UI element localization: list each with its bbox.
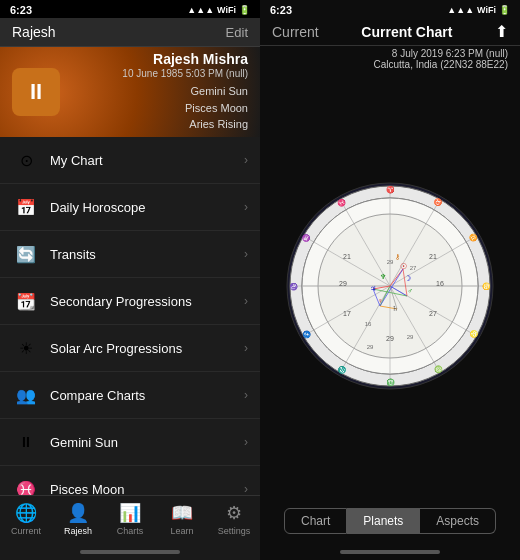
svg-text:16: 16 <box>365 321 372 327</box>
pisces-label: Pisces Moon <box>50 482 244 496</box>
pisces-icon: ♓ <box>12 475 40 495</box>
svg-text:♄: ♄ <box>392 305 398 312</box>
svg-text:☽: ☽ <box>404 274 411 283</box>
home-bar-left <box>80 550 180 554</box>
natal-chart-svg: ♈ ♉ ♊ ♋ ♌ ♍ ♎ ♏ ♐ ♑ ♒ ♓ <box>285 181 495 391</box>
time-right: 6:23 <box>270 4 292 16</box>
bottom-nav: 🌐 Current 👤 Rajesh 📊 Charts 📖 Learn ⚙ Se… <box>0 495 260 544</box>
profile-section: II Rajesh Mishra 10 June 1985 5:03 PM (n… <box>0 47 260 137</box>
menu-item-transits[interactable]: 🔄 Transits › <box>0 231 260 278</box>
svg-text:17: 17 <box>343 310 351 317</box>
transits-icon: 🔄 <box>12 240 40 268</box>
svg-text:29: 29 <box>387 259 394 265</box>
mychart-icon: ⊙ <box>12 146 40 174</box>
svg-text:21: 21 <box>343 253 351 260</box>
chevron-icon-5: › <box>244 388 248 402</box>
svg-text:♈: ♈ <box>386 185 395 194</box>
profile-date: 10 June 1985 5:03 PM (null) <box>70 68 248 79</box>
gemini-icon: II <box>12 68 60 116</box>
wifi-icon: WiFi <box>217 5 236 15</box>
svg-text:♎: ♎ <box>386 378 395 387</box>
svg-text:27: 27 <box>429 310 437 317</box>
solar-label: Solar Arc Progressions <box>50 341 244 356</box>
chart-date-info: 8 July 2019 6:23 PM (null) Calcutta, Ind… <box>260 46 520 72</box>
tab-aspects[interactable]: Aspects <box>420 508 496 534</box>
signal-icon-right: ▲▲▲ <box>447 5 474 15</box>
battery-icon-right: 🔋 <box>499 5 510 15</box>
svg-text:⚷: ⚷ <box>395 253 400 260</box>
svg-text:♑: ♑ <box>289 282 298 291</box>
svg-text:21: 21 <box>429 253 437 260</box>
svg-text:16: 16 <box>436 280 444 287</box>
signal-icon: ▲▲▲ <box>187 5 214 15</box>
solar-icon: ☀ <box>12 334 40 362</box>
svg-text:☉: ☉ <box>400 262 407 271</box>
menu-item-pisces[interactable]: ♓ Pisces Moon › <box>0 466 260 495</box>
horoscope-label: Daily Horoscope <box>50 200 244 215</box>
charts-nav-icon: 📊 <box>119 502 141 524</box>
time-left: 6:23 <box>10 4 32 16</box>
chart-date: 8 July 2019 6:23 PM (null) <box>272 48 508 59</box>
compare-icon: 👥 <box>12 381 40 409</box>
profile-details: Gemini Sun Pisces Moon Aries Rising <box>70 83 248 133</box>
settings-nav-icon: ⚙ <box>226 502 242 524</box>
chart-container: ♈ ♉ ♊ ♋ ♌ ♍ ♎ ♏ ♐ ♑ ♒ ♓ <box>260 72 520 500</box>
home-bar-right <box>340 550 440 554</box>
chart-location: Calcutta, India (22N32 88E22) <box>272 59 508 70</box>
gemini-symbol: II <box>30 79 42 105</box>
secondary-icon: 📆 <box>12 287 40 315</box>
profile-name: Rajesh Mishra <box>70 51 248 67</box>
transits-label: Transits <box>50 247 244 262</box>
current-label[interactable]: Current <box>272 24 319 40</box>
rajesh-nav-label: Rajesh <box>64 526 92 536</box>
svg-text:♂: ♂ <box>407 287 412 294</box>
current-nav-icon: 🌐 <box>15 502 37 524</box>
secondary-label: Secondary Progressions <box>50 294 244 309</box>
gemini-menu-icon: II <box>12 428 40 456</box>
header-name: Rajesh <box>12 24 56 40</box>
chevron-icon-2: › <box>244 247 248 261</box>
left-panel: 6:23 ▲▲▲ WiFi 🔋 Rajesh Edit II Rajesh Mi… <box>0 0 260 560</box>
chevron-icon-0: › <box>244 153 248 167</box>
menu-item-horoscope[interactable]: 📅 Daily Horoscope › <box>0 184 260 231</box>
svg-text:27: 27 <box>410 265 417 271</box>
rising-sign: Aries Rising <box>70 116 248 133</box>
charts-nav-label: Charts <box>117 526 144 536</box>
svg-text:29: 29 <box>386 335 394 342</box>
home-indicator-left <box>0 544 260 560</box>
tab-planets[interactable]: Planets <box>347 508 420 534</box>
nav-rajesh[interactable]: 👤 Rajesh <box>56 502 100 536</box>
menu-item-mychart[interactable]: ⊙ My Chart › <box>0 137 260 184</box>
nav-settings[interactable]: ⚙ Settings <box>212 502 256 536</box>
bottom-tabs: Chart Planets Aspects <box>260 500 520 544</box>
svg-text:♃: ♃ <box>370 285 376 292</box>
menu-item-solar[interactable]: ☀ Solar Arc Progressions › <box>0 325 260 372</box>
chart-title: Current Chart <box>361 24 452 40</box>
learn-nav-icon: 📖 <box>171 502 193 524</box>
chevron-icon-6: › <box>244 435 248 449</box>
profile-info: Rajesh Mishra 10 June 1985 5:03 PM (null… <box>70 51 248 133</box>
profile-background: II Rajesh Mishra 10 June 1985 5:03 PM (n… <box>0 47 260 137</box>
gemini-menu-label: Gemini Sun <box>50 435 244 450</box>
current-nav-label: Current <box>11 526 41 536</box>
svg-text:29: 29 <box>339 280 347 287</box>
mychart-label: My Chart <box>50 153 244 168</box>
svg-text:29: 29 <box>367 344 374 350</box>
horoscope-icon: 📅 <box>12 193 40 221</box>
nav-current[interactable]: 🌐 Current <box>4 502 48 536</box>
edit-button[interactable]: Edit <box>226 25 248 40</box>
nav-charts[interactable]: 📊 Charts <box>108 502 152 536</box>
status-bar-right: 6:23 ▲▲▲ WiFi 🔋 <box>260 0 520 18</box>
chevron-icon-4: › <box>244 341 248 355</box>
menu-item-compare[interactable]: 👥 Compare Charts › <box>0 372 260 419</box>
share-icon[interactable]: ⬆ <box>495 22 508 41</box>
nav-learn[interactable]: 📖 Learn <box>160 502 204 536</box>
tab-chart[interactable]: Chart <box>284 508 347 534</box>
menu-item-gemini[interactable]: II Gemini Sun › <box>0 419 260 466</box>
chevron-icon-3: › <box>244 294 248 308</box>
left-header: Rajesh Edit <box>0 18 260 47</box>
right-header: Current Current Chart ⬆ <box>260 18 520 46</box>
battery-icon: 🔋 <box>239 5 250 15</box>
menu-item-secondary[interactable]: 📆 Secondary Progressions › <box>0 278 260 325</box>
learn-nav-label: Learn <box>170 526 193 536</box>
